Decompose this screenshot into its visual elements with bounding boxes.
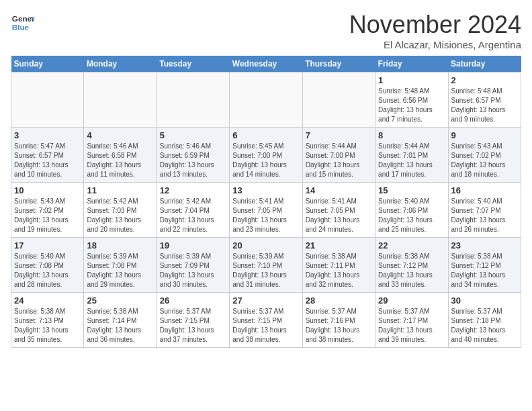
- header-wednesday: Wednesday: [230, 56, 302, 73]
- calendar-cell: 30Sunrise: 5:37 AM Sunset: 7:18 PM Dayli…: [448, 293, 521, 348]
- calendar-cell: [230, 73, 302, 128]
- day-info: Sunrise: 5:43 AM Sunset: 7:02 PM Dayligh…: [14, 197, 81, 234]
- calendar-cell: 16Sunrise: 5:40 AM Sunset: 7:07 PM Dayli…: [448, 183, 521, 238]
- day-number: 17: [14, 240, 81, 250]
- calendar-cell: [84, 73, 157, 128]
- week-row-1: 1Sunrise: 5:48 AM Sunset: 6:56 PM Daylig…: [11, 73, 521, 128]
- calendar-cell: 4Sunrise: 5:46 AM Sunset: 6:58 PM Daylig…: [84, 128, 157, 183]
- day-info: Sunrise: 5:48 AM Sunset: 6:56 PM Dayligh…: [378, 87, 445, 124]
- day-info: Sunrise: 5:37 AM Sunset: 7:17 PM Dayligh…: [378, 307, 445, 345]
- day-info: Sunrise: 5:39 AM Sunset: 7:10 PM Dayligh…: [232, 252, 299, 289]
- header-monday: Monday: [84, 56, 157, 73]
- calendar-cell: 29Sunrise: 5:37 AM Sunset: 7:17 PM Dayli…: [375, 293, 448, 348]
- day-info: Sunrise: 5:41 AM Sunset: 7:05 PM Dayligh…: [306, 197, 372, 234]
- svg-text:Blue: Blue: [12, 23, 30, 32]
- day-info: Sunrise: 5:39 AM Sunset: 7:08 PM Dayligh…: [87, 252, 153, 289]
- calendar-cell: 12Sunrise: 5:42 AM Sunset: 7:04 PM Dayli…: [157, 183, 229, 238]
- day-info: Sunrise: 5:45 AM Sunset: 7:00 PM Dayligh…: [232, 142, 299, 179]
- calendar-cell: 21Sunrise: 5:38 AM Sunset: 7:11 PM Dayli…: [302, 238, 375, 293]
- calendar-cell: 7Sunrise: 5:44 AM Sunset: 7:00 PM Daylig…: [302, 128, 375, 183]
- day-number: 2: [451, 75, 518, 85]
- day-number: 23: [451, 240, 518, 250]
- calendar-cell: 10Sunrise: 5:43 AM Sunset: 7:02 PM Dayli…: [11, 183, 84, 238]
- calendar-cell: 11Sunrise: 5:42 AM Sunset: 7:03 PM Dayli…: [84, 183, 157, 238]
- day-number: 22: [378, 240, 445, 250]
- calendar-cell: 19Sunrise: 5:39 AM Sunset: 7:09 PM Dayli…: [157, 238, 229, 293]
- day-info: Sunrise: 5:38 AM Sunset: 7:13 PM Dayligh…: [14, 307, 81, 345]
- day-info: Sunrise: 5:37 AM Sunset: 7:15 PM Dayligh…: [232, 307, 299, 345]
- day-number: 9: [451, 130, 518, 140]
- day-number: 28: [306, 295, 372, 306]
- calendar-cell: 15Sunrise: 5:40 AM Sunset: 7:06 PM Dayli…: [375, 183, 448, 238]
- week-row-5: 24Sunrise: 5:38 AM Sunset: 7:13 PM Dayli…: [11, 293, 521, 348]
- calendar-cell: 6Sunrise: 5:45 AM Sunset: 7:00 PM Daylig…: [230, 128, 302, 183]
- calendar-cell: 20Sunrise: 5:39 AM Sunset: 7:10 PM Dayli…: [230, 238, 302, 293]
- calendar-cell: [302, 73, 375, 128]
- day-number: 26: [160, 295, 226, 306]
- day-info: Sunrise: 5:46 AM Sunset: 6:58 PM Dayligh…: [87, 142, 153, 179]
- header-row: SundayMondayTuesdayWednesdayThursdayFrid…: [11, 56, 521, 73]
- logo-icon: General Blue: [11, 11, 35, 35]
- day-number: 14: [306, 185, 372, 195]
- day-number: 6: [232, 130, 299, 140]
- calendar-cell: [157, 73, 229, 128]
- calendar-cell: 28Sunrise: 5:37 AM Sunset: 7:16 PM Dayli…: [302, 293, 375, 348]
- calendar-cell: 23Sunrise: 5:38 AM Sunset: 7:12 PM Dayli…: [448, 238, 521, 293]
- location-subtitle: El Alcazar, Misiones, Argentina: [349, 39, 521, 50]
- day-info: Sunrise: 5:42 AM Sunset: 7:04 PM Dayligh…: [160, 197, 226, 234]
- day-info: Sunrise: 5:38 AM Sunset: 7:12 PM Dayligh…: [451, 252, 518, 289]
- day-number: 15: [378, 185, 445, 195]
- day-number: 13: [232, 185, 299, 195]
- day-info: Sunrise: 5:37 AM Sunset: 7:15 PM Dayligh…: [160, 307, 226, 345]
- calendar-cell: 13Sunrise: 5:41 AM Sunset: 7:05 PM Dayli…: [230, 183, 302, 238]
- header-saturday: Saturday: [448, 56, 521, 73]
- day-info: Sunrise: 5:43 AM Sunset: 7:02 PM Dayligh…: [451, 142, 518, 179]
- calendar-cell: 27Sunrise: 5:37 AM Sunset: 7:15 PM Dayli…: [230, 293, 302, 348]
- week-row-4: 17Sunrise: 5:40 AM Sunset: 7:08 PM Dayli…: [11, 238, 521, 293]
- calendar-cell: 25Sunrise: 5:38 AM Sunset: 7:14 PM Dayli…: [84, 293, 157, 348]
- day-info: Sunrise: 5:38 AM Sunset: 7:14 PM Dayligh…: [87, 307, 153, 345]
- day-info: Sunrise: 5:38 AM Sunset: 7:12 PM Dayligh…: [378, 252, 445, 289]
- day-info: Sunrise: 5:42 AM Sunset: 7:03 PM Dayligh…: [87, 197, 153, 234]
- day-number: 29: [378, 295, 445, 306]
- calendar-cell: 5Sunrise: 5:46 AM Sunset: 6:59 PM Daylig…: [157, 128, 229, 183]
- calendar-cell: 24Sunrise: 5:38 AM Sunset: 7:13 PM Dayli…: [11, 293, 84, 348]
- day-number: 8: [378, 130, 445, 140]
- day-info: Sunrise: 5:37 AM Sunset: 7:18 PM Dayligh…: [451, 307, 518, 345]
- day-info: Sunrise: 5:44 AM Sunset: 7:01 PM Dayligh…: [378, 142, 445, 179]
- header-thursday: Thursday: [302, 56, 375, 73]
- day-number: 27: [232, 295, 299, 306]
- calendar-cell: 3Sunrise: 5:47 AM Sunset: 6:57 PM Daylig…: [11, 128, 84, 183]
- header-sunday: Sunday: [11, 56, 84, 73]
- day-info: Sunrise: 5:40 AM Sunset: 7:08 PM Dayligh…: [14, 252, 81, 289]
- day-number: 19: [160, 240, 226, 250]
- day-info: Sunrise: 5:40 AM Sunset: 7:07 PM Dayligh…: [451, 197, 518, 234]
- calendar-cell: 9Sunrise: 5:43 AM Sunset: 7:02 PM Daylig…: [448, 128, 521, 183]
- calendar-cell: [11, 73, 84, 128]
- day-info: Sunrise: 5:38 AM Sunset: 7:11 PM Dayligh…: [306, 252, 372, 289]
- logo: General Blue: [11, 11, 35, 35]
- day-number: 5: [160, 130, 226, 140]
- week-row-2: 3Sunrise: 5:47 AM Sunset: 6:57 PM Daylig…: [11, 128, 521, 183]
- header-friday: Friday: [375, 56, 448, 73]
- day-number: 1: [378, 75, 445, 85]
- day-info: Sunrise: 5:40 AM Sunset: 7:06 PM Dayligh…: [378, 197, 445, 234]
- calendar-cell: 1Sunrise: 5:48 AM Sunset: 6:56 PM Daylig…: [375, 73, 448, 128]
- month-title: November 2024: [349, 11, 521, 39]
- week-row-3: 10Sunrise: 5:43 AM Sunset: 7:02 PM Dayli…: [11, 183, 521, 238]
- header-tuesday: Tuesday: [157, 56, 229, 73]
- page-header: General Blue November 2024 El Alcazar, M…: [11, 11, 521, 50]
- day-number: 20: [232, 240, 299, 250]
- day-info: Sunrise: 5:48 AM Sunset: 6:57 PM Dayligh…: [451, 87, 518, 124]
- day-number: 18: [87, 240, 153, 250]
- day-info: Sunrise: 5:47 AM Sunset: 6:57 PM Dayligh…: [14, 142, 81, 179]
- day-info: Sunrise: 5:41 AM Sunset: 7:05 PM Dayligh…: [232, 197, 299, 234]
- day-number: 21: [306, 240, 372, 250]
- day-number: 25: [87, 295, 153, 306]
- calendar-cell: 18Sunrise: 5:39 AM Sunset: 7:08 PM Dayli…: [84, 238, 157, 293]
- day-info: Sunrise: 5:39 AM Sunset: 7:09 PM Dayligh…: [160, 252, 226, 289]
- calendar-cell: 22Sunrise: 5:38 AM Sunset: 7:12 PM Dayli…: [375, 238, 448, 293]
- day-number: 30: [451, 295, 518, 306]
- day-info: Sunrise: 5:37 AM Sunset: 7:16 PM Dayligh…: [306, 307, 372, 345]
- day-number: 4: [87, 130, 153, 140]
